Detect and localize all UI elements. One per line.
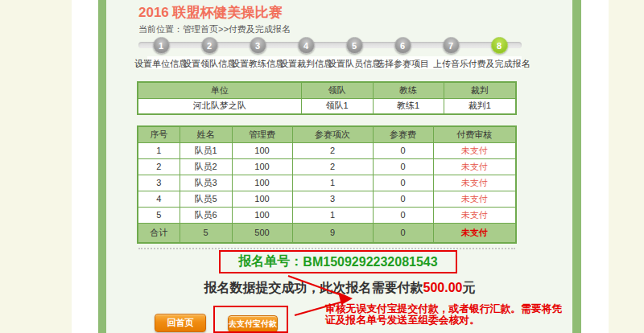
cell-unpaid-status: 未支付 — [433, 142, 516, 158]
home-button[interactable]: 回首页 — [155, 314, 206, 332]
cell-entry-fee: 0 — [373, 191, 433, 207]
step-5-circle[interactable]: 5 — [346, 37, 363, 54]
team-table-data-row: 河北队梦之队 领队1 教练1 裁判1 — [138, 98, 516, 114]
right-green-border — [572, 0, 581, 333]
annotation-note-line2: 证及报名单号发送至组委会核对。 — [325, 314, 583, 326]
header-pay-status: 付费审核 — [433, 126, 516, 142]
cell-index: 1 — [138, 142, 180, 158]
cell-leader: 领队1 — [301, 98, 373, 114]
payment-message-prefix: 报名数据提交成功，此次报名需要付款 — [204, 281, 423, 294]
cell-mgmt-fee: 100 — [232, 158, 292, 175]
cell-name: 队员2 — [180, 158, 232, 175]
cell-entry-fee: 0 — [373, 175, 433, 191]
total-entry-fee: 0 — [373, 223, 433, 243]
cell-events: 1 — [292, 175, 373, 191]
cell-events: 2 — [292, 142, 373, 158]
cell-name: 队员5 — [180, 191, 232, 207]
cell-mgmt-fee: 100 — [232, 191, 292, 207]
breadcrumb-prefix: 当前位置： — [138, 24, 183, 34]
header-mgmt-fee: 管理费 — [232, 126, 292, 142]
total-label: 合计 — [138, 223, 180, 243]
step-1-circle[interactable]: 1 — [153, 37, 170, 54]
total-mgmt-fee: 500 — [232, 223, 292, 243]
dotted-separator — [138, 248, 515, 249]
header-index: 序号 — [138, 126, 180, 142]
total-unpaid-status: 未支付 — [433, 223, 516, 243]
annotation-note-line1: 审核无误支付宝提交付款，或者银行汇款。需要将凭 — [325, 303, 583, 314]
fee-table-total-row: 合计 5 500 9 0 未支付 — [138, 223, 516, 243]
cell-referee: 裁判1 — [444, 98, 516, 114]
step-3-circle[interactable]: 3 — [250, 37, 266, 54]
cell-unpaid-status: 未支付 — [433, 158, 516, 175]
cell-index: 2 — [138, 158, 180, 175]
cell-index: 3 — [138, 175, 180, 191]
total-count: 5 — [180, 223, 232, 243]
cell-entry-fee: 0 — [373, 158, 433, 175]
cell-index: 4 — [138, 191, 180, 207]
right-cream-margin — [609, 0, 644, 333]
total-events: 9 — [292, 223, 373, 243]
payment-amount: 500.00 — [423, 281, 463, 294]
fee-table: 序号 姓名 管理费 参赛项次 参赛费 付费审核 1 队员1 100 2 0 未支… — [137, 125, 517, 244]
breadcrumb-separator: >> — [218, 24, 229, 34]
cell-coach: 教练1 — [373, 98, 444, 114]
order-number-box: 报名单号：BM1509292232081543 — [219, 250, 457, 273]
cell-mgmt-fee: 100 — [232, 207, 292, 223]
step-2-circle[interactable]: 2 — [201, 37, 218, 54]
cell-events: 1 — [292, 207, 373, 223]
cell-unpaid-status: 未支付 — [433, 207, 516, 223]
left-green-border — [98, 0, 106, 333]
cell-unpaid-status: 未支付 — [433, 191, 516, 207]
order-number-value: BM1509292232081543 — [303, 255, 437, 269]
payment-message: 报名数据提交成功，此次报名需要付款500.00元 — [106, 280, 573, 297]
table-row: 3 队员3 100 1 0 未支付 — [138, 175, 516, 191]
team-summary-table: 单位 领队 教练 裁判 河北队梦之队 领队1 教练1 裁判1 — [137, 81, 517, 115]
header-name: 姓名 — [180, 126, 232, 142]
registration-payment-page: 2016 联盟杯健美操比赛 当前位置：管理首页>>付费及完成报名 1 设置单位信… — [0, 0, 644, 333]
header-entry-fee: 参赛费 — [373, 126, 433, 142]
annotation-note: 审核无误支付宝提交付款，或者银行汇款。需要将凭 证及报名单号发送至组委会核对。 — [325, 303, 583, 326]
breadcrumb-current: 付费及完成报名 — [229, 24, 291, 34]
step-7-circle[interactable]: 7 — [443, 37, 460, 54]
header-leader: 领队 — [301, 82, 373, 98]
cell-entry-fee: 0 — [373, 207, 433, 223]
cell-name: 队员3 — [180, 175, 232, 191]
cell-unit: 河北队梦之队 — [138, 98, 301, 114]
team-table-header-row: 单位 领队 教练 裁判 — [138, 82, 516, 98]
cell-unpaid-status: 未支付 — [433, 175, 516, 191]
header-coach: 教练 — [373, 82, 444, 98]
step-8: 8 付费及完成报名 — [463, 37, 535, 70]
cell-mgmt-fee: 100 — [232, 175, 292, 191]
cell-name: 队员6 — [180, 207, 232, 223]
table-row: 1 队员1 100 2 0 未支付 — [138, 142, 516, 158]
cell-events: 2 — [292, 158, 373, 175]
breadcrumb-home-link[interactable]: 管理首页 — [183, 24, 218, 34]
order-number-label: 报名单号： — [238, 253, 303, 270]
step-8-circle-active[interactable]: 8 — [491, 37, 508, 54]
table-row: 5 队员6 100 1 0 未支付 — [138, 207, 516, 223]
step-8-label: 付费及完成报名 — [463, 58, 535, 70]
cell-index: 5 — [138, 207, 180, 223]
step-6-circle[interactable]: 6 — [394, 37, 411, 54]
step-4-circle[interactable]: 4 — [298, 37, 315, 54]
annotation-highlight-box — [213, 306, 288, 333]
header-unit: 单位 — [138, 82, 301, 98]
header-referee: 裁判 — [444, 82, 516, 98]
table-row: 2 队员2 100 2 0 未支付 — [138, 158, 516, 175]
payment-message-suffix: 元 — [462, 281, 475, 294]
page-title: 2016 联盟杯健美操比赛 — [138, 3, 283, 22]
left-cream-margin — [0, 0, 72, 333]
cell-events: 3 — [292, 191, 373, 207]
breadcrumb: 当前位置：管理首页>>付费及完成报名 — [138, 23, 291, 35]
fee-table-header-row: 序号 姓名 管理费 参赛项次 参赛费 付费审核 — [138, 126, 516, 142]
cell-name: 队员1 — [180, 142, 232, 158]
table-row: 4 队员5 100 3 0 未支付 — [138, 191, 516, 207]
cell-mgmt-fee: 100 — [232, 142, 292, 158]
cell-entry-fee: 0 — [373, 142, 433, 158]
header-events: 参赛项次 — [292, 126, 373, 142]
